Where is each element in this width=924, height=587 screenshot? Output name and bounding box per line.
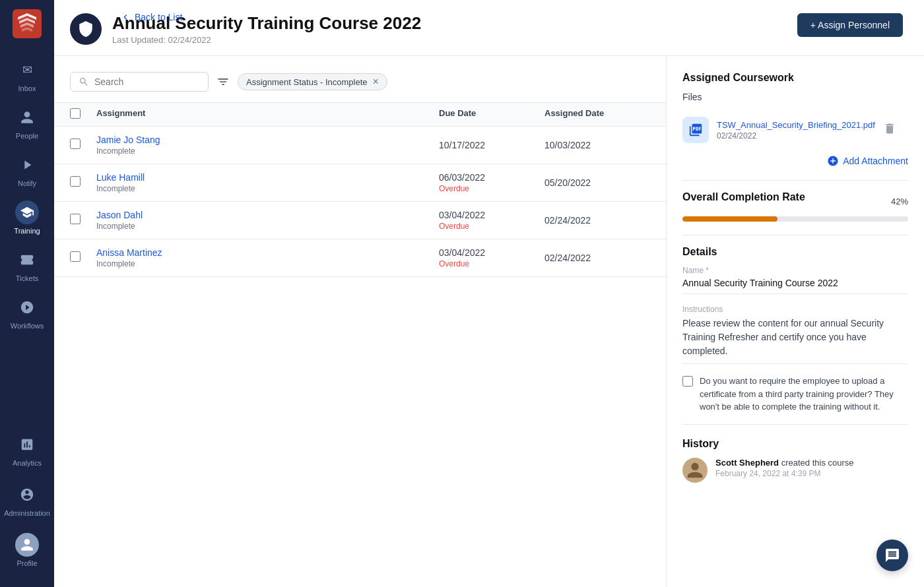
sidebar: ✉ Inbox People Notify Training Tickets W… — [0, 0, 54, 587]
details-title: Details — [682, 246, 908, 258]
row-checkbox-1[interactable] — [70, 139, 81, 149]
sidebar-item-workflows[interactable]: Workflows — [0, 289, 54, 336]
search-box[interactable] — [70, 72, 209, 92]
row-checkbox-4[interactable] — [70, 251, 81, 262]
profile-avatar — [15, 533, 39, 557]
assigned-date-2: 05/20/2022 — [544, 177, 650, 188]
sidebar-item-people[interactable]: People — [0, 99, 54, 146]
overdue-label-2: Overdue — [439, 184, 544, 193]
search-input[interactable] — [94, 77, 200, 87]
details-section: Details Name * Annual Security Training … — [682, 246, 908, 414]
assignment-status-1: Incomplete — [96, 146, 439, 156]
sidebar-item-administration[interactable]: Administration — [0, 476, 54, 524]
table-row: Jason Dahl Incomplete 03/04/2022 Overdue… — [54, 202, 666, 239]
col-header-assignment: Assignment — [96, 108, 439, 121]
row-checkbox-2[interactable] — [70, 176, 81, 187]
chat-button[interactable] — [876, 540, 908, 571]
assignee-name-1[interactable]: Jamie Jo Stang — [96, 135, 439, 145]
filter-tag[interactable]: Assignment Status - Incomplete × — [238, 73, 387, 90]
completion-title: Overall Completion Rate — [682, 191, 805, 203]
history-description: Scott Shepherd created this course — [715, 458, 854, 468]
main-content: Back to List Annual Security Training Co… — [54, 0, 924, 587]
filter-tag-close[interactable]: × — [373, 77, 379, 87]
table-row: Luke Hamill Incomplete 06/03/2022 Overdu… — [54, 164, 666, 202]
chevron-left-icon — [120, 12, 131, 22]
select-all-checkbox[interactable] — [70, 108, 81, 119]
name-label: Name * — [682, 266, 908, 275]
filter-icon — [216, 75, 230, 88]
due-date-1: 10/17/2022 — [439, 140, 544, 150]
sidebar-item-notify[interactable]: Notify — [0, 146, 54, 194]
sidebar-item-training[interactable]: Training — [0, 194, 54, 241]
app-logo — [13, 9, 42, 41]
last-updated: Last Updated: 02/24/2022 — [112, 35, 421, 45]
name-field: Name * Annual Security Training Course 2… — [682, 266, 908, 294]
due-date-4: 03/04/2022 — [439, 247, 544, 258]
file-name[interactable]: TSW_Annual_Security_Briefing_2021.pdf — [717, 120, 875, 130]
file-date: 02/24/2022 — [717, 131, 875, 140]
chat-icon — [884, 547, 900, 563]
file-item: TSW_Annual_Security_Briefing_2021.pdf 02… — [682, 110, 908, 150]
cert-label: Do you want to require the employee to u… — [700, 375, 908, 414]
assigned-date-4: 02/24/2022 — [544, 253, 650, 263]
cert-checkbox-row: Do you want to require the employee to u… — [682, 375, 908, 414]
assignment-status-4: Incomplete — [96, 259, 439, 268]
assigned-date-1: 10/03/2022 — [544, 140, 650, 150]
col-header-due-date: Due Date — [439, 108, 544, 121]
sidebar-item-inbox[interactable]: ✉ Inbox — [0, 51, 54, 99]
history-section: History Scott Shepherd created this cour… — [682, 438, 908, 483]
sidebar-item-profile[interactable]: Profile — [0, 526, 54, 574]
col-header-checkbox — [70, 108, 96, 121]
table-row: Anissa Martinez Incomplete 03/04/2022 Ov… — [54, 239, 666, 277]
assignments-table: Assignment Due Date Assigned Date Jamie … — [54, 102, 666, 277]
completion-percentage: 42% — [891, 197, 908, 206]
completion-bar-fill — [682, 216, 777, 222]
add-icon — [827, 155, 839, 167]
assigned-coursework-title: Assigned Coursework — [682, 72, 908, 84]
history-item: Scott Shepherd created this course Febru… — [682, 458, 908, 483]
instructions-value[interactable]: Please review the content for our annual… — [682, 317, 908, 364]
table-header: Assignment Due Date Assigned Date — [54, 102, 666, 127]
row-checkbox-3[interactable] — [70, 214, 81, 224]
history-text-block: Scott Shepherd created this course Febru… — [715, 458, 854, 478]
history-title: History — [682, 438, 908, 450]
delete-file-button[interactable] — [883, 122, 896, 139]
content-area: Assignment Status - Incomplete × Assignm… — [54, 56, 924, 587]
details-panel: Assigned Coursework Files TSW_Annual_Sec… — [667, 56, 924, 587]
assignee-name-3[interactable]: Jason Dahl — [96, 210, 439, 220]
filter-tag-label: Assignment Status - Incomplete — [246, 77, 368, 87]
due-date-2: 06/03/2022 — [439, 172, 544, 183]
assign-personnel-button[interactable]: + Assign Personnel — [797, 13, 903, 37]
sidebar-item-analytics[interactable]: Analytics — [0, 426, 54, 474]
instructions-label: Instructions — [682, 305, 908, 314]
overdue-label-4: Overdue — [439, 259, 544, 268]
assigned-date-3: 02/24/2022 — [544, 215, 650, 226]
table-row: Jamie Jo Stang Incomplete 10/17/2022 10/… — [54, 127, 666, 164]
completion-bar — [682, 216, 908, 222]
add-attachment-label: Add Attachment — [843, 156, 908, 166]
file-details: TSW_Annual_Security_Briefing_2021.pdf 02… — [717, 120, 875, 140]
history-time: February 24, 2022 at 4:39 PM — [715, 469, 854, 478]
sidebar-item-tickets[interactable]: Tickets — [0, 241, 54, 289]
col-header-assigned-date: Assigned Date — [544, 108, 650, 121]
history-avatar — [682, 458, 708, 483]
search-icon — [79, 77, 89, 87]
instructions-field: Instructions Please review the content f… — [682, 305, 908, 364]
overdue-label-3: Overdue — [439, 222, 544, 231]
assignee-name-4[interactable]: Anissa Martinez — [96, 247, 439, 258]
assignee-name-2[interactable]: Luke Hamill — [96, 172, 439, 183]
add-attachment-button[interactable]: Add Attachment — [682, 155, 908, 167]
back-nav: Back to List — [54, 0, 924, 8]
back-to-list-link[interactable]: Back to List — [120, 12, 182, 22]
due-date-3: 03/04/2022 — [439, 210, 544, 220]
name-value[interactable]: Annual Security Training Course 2022 — [682, 278, 908, 294]
cert-require-checkbox[interactable] — [682, 376, 693, 386]
course-icon — [70, 13, 102, 45]
file-icon — [682, 117, 709, 143]
files-title: Files — [682, 92, 908, 102]
completion-section: Overall Completion Rate 42% — [682, 191, 908, 222]
toolbar: Assignment Status - Incomplete × — [54, 72, 666, 102]
page-header: Annual Security Training Course 2022 Las… — [54, 8, 924, 56]
assignment-status-2: Incomplete — [96, 184, 439, 193]
filter-button[interactable] — [216, 75, 230, 88]
